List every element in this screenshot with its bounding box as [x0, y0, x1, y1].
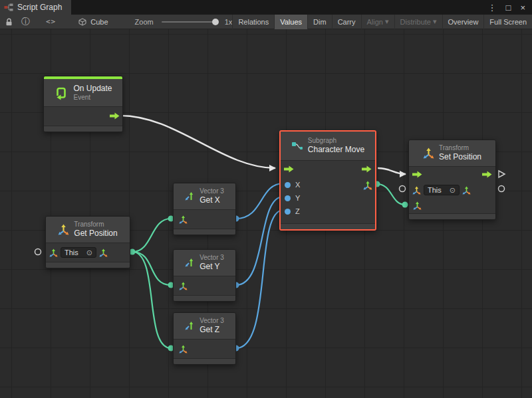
unconnected-circle-port[interactable]: [35, 249, 41, 255]
node-footer: [174, 295, 235, 301]
carry-button[interactable]: Carry: [332, 15, 361, 29]
flow-arrow-icon: [362, 165, 372, 173]
flow-arrow-icon: [412, 171, 422, 178]
node-footer: [46, 262, 130, 268]
overview-button[interactable]: Overview: [442, 15, 484, 29]
node-title: Get Z: [200, 325, 224, 334]
node-get-x[interactable]: Vector 3 Get X: [173, 183, 236, 235]
vector3-type-icon: [179, 215, 188, 224]
unconnected-circle-port[interactable]: [499, 186, 505, 192]
relations-button[interactable]: Relations: [232, 15, 274, 29]
flow-arrowhead: [269, 165, 276, 171]
script-graph-window: Script Graph ⋮ □ × ⓘ <> Cube Zoom: [0, 0, 532, 398]
unconnected-flow-port[interactable]: [499, 171, 505, 177]
vector3-input-icon[interactable]: [413, 201, 422, 210]
target-icon: ⊙: [86, 249, 92, 256]
port-label-y: Y: [295, 194, 300, 202]
vector3-icon: [185, 321, 195, 331]
zoom-slider[interactable]: [162, 21, 218, 23]
flow-arrow-icon: [284, 165, 294, 173]
flow-arrow-icon: [482, 171, 492, 178]
flow-output-port[interactable]: [362, 163, 372, 175]
tab-title: Script Graph: [17, 3, 62, 12]
node-set-position[interactable]: Transform Set Position Th: [408, 140, 496, 220]
this-label: This: [65, 249, 78, 256]
window-menu-button[interactable]: ⋮: [488, 3, 497, 13]
node-category: Vector 3: [200, 317, 224, 325]
node-character-move[interactable]: Subgraph Character Move X Y: [279, 130, 376, 231]
vector3-icon: [185, 258, 195, 268]
node-get-y[interactable]: Vector 3 Get Y: [173, 249, 236, 302]
port-label-z: Z: [295, 207, 300, 215]
tab-script-graph[interactable]: Script Graph: [0, 0, 71, 15]
zoom-slider-handle[interactable]: [212, 19, 219, 25]
lock-button[interactable]: [5, 18, 13, 26]
wire-getposition-to-getz[interactable]: [132, 252, 171, 348]
node-category: Vector 3: [200, 254, 224, 262]
info-button[interactable]: ⓘ: [21, 16, 30, 28]
port-label-x: X: [295, 181, 300, 189]
node-get-position[interactable]: Transform Get Position This ⊙: [45, 216, 130, 268]
node-get-z[interactable]: Vector 3 Get Z: [173, 312, 236, 365]
graph-object-label: Cube: [90, 18, 108, 26]
subgraph-icon: [291, 142, 303, 151]
this-input-field[interactable]: This ⊙: [424, 185, 460, 195]
flow-input-port[interactable]: [412, 169, 422, 181]
node-footer: [409, 213, 495, 219]
wire-onupdate-to-charactermove[interactable]: [120, 116, 275, 168]
vector3-type-icon: [179, 345, 188, 353]
chevron-down-icon: ▾: [385, 17, 389, 26]
graph-canvas[interactable]: On Update Event Transform: [0, 29, 532, 398]
vector3-icon: [185, 191, 195, 201]
wire-getposition-to-gety[interactable]: [132, 252, 171, 285]
node-subtitle: Event: [73, 94, 112, 102]
value-port-z[interactable]: [285, 209, 291, 215]
close-button[interactable]: ×: [520, 3, 525, 13]
port-dot[interactable]: [402, 202, 408, 208]
node-footer: [281, 223, 375, 229]
value-port-x[interactable]: [285, 182, 291, 188]
vector3-type-icon: [179, 282, 188, 290]
flow-arrowhead: [400, 171, 406, 177]
transform-type-icon: [49, 249, 58, 257]
distribute-button[interactable]: Distribute▾: [394, 15, 442, 29]
toolbar-buttons: Relations Values Dim Carry Align▾ Distri…: [232, 15, 532, 29]
wire-charactermove-to-setposition-value[interactable]: [377, 184, 405, 205]
window-controls: ⋮ □ ×: [488, 0, 532, 15]
node-footer: [174, 358, 235, 364]
value-port-y[interactable]: [285, 195, 291, 201]
flow-arrow-icon: [110, 112, 120, 120]
maximize-button[interactable]: □: [506, 3, 511, 13]
graph-toolbar: ⓘ <> Cube Zoom 1x Relations Values Dim C…: [0, 15, 532, 29]
node-title: Get Position: [74, 229, 117, 238]
transform-icon: [423, 148, 434, 159]
tab-bar: Script Graph ⋮ □ ×: [0, 0, 532, 15]
node-footer: [174, 229, 235, 235]
wire-gety-to-porty[interactable]: [236, 197, 283, 285]
unconnected-circle-port[interactable]: [400, 186, 406, 192]
wire-getz-to-portz[interactable]: [236, 210, 283, 348]
vector3-type-icon: [99, 249, 108, 257]
node-category: Subgraph: [308, 137, 364, 145]
flow-output-port[interactable]: [482, 169, 492, 181]
values-button[interactable]: Values: [274, 15, 307, 29]
vector3-output-icon[interactable]: [363, 181, 372, 190]
flow-output-port[interactable]: [110, 110, 120, 122]
node-title: Set Position: [439, 152, 481, 161]
lock-icon: [5, 18, 13, 26]
node-title: On Update: [73, 84, 112, 93]
graph-object-breadcrumb[interactable]: Cube: [78, 18, 108, 26]
cube-icon: [78, 18, 86, 26]
align-button[interactable]: Align▾: [361, 15, 394, 29]
code-view-button[interactable]: <>: [46, 17, 56, 26]
fullscreen-button[interactable]: Full Screen: [483, 15, 532, 29]
node-on-update[interactable]: On Update Event: [43, 76, 123, 132]
transform-type-icon: [412, 186, 421, 195]
this-input-field[interactable]: This ⊙: [61, 247, 96, 258]
zoom-label: Zoom: [135, 18, 154, 26]
flow-input-port[interactable]: [284, 163, 294, 175]
dim-button[interactable]: Dim: [307, 15, 332, 29]
wire-getposition-to-getx[interactable]: [132, 219, 171, 252]
target-icon: ⊙: [450, 187, 456, 194]
chevron-down-icon: ▾: [433, 17, 437, 26]
